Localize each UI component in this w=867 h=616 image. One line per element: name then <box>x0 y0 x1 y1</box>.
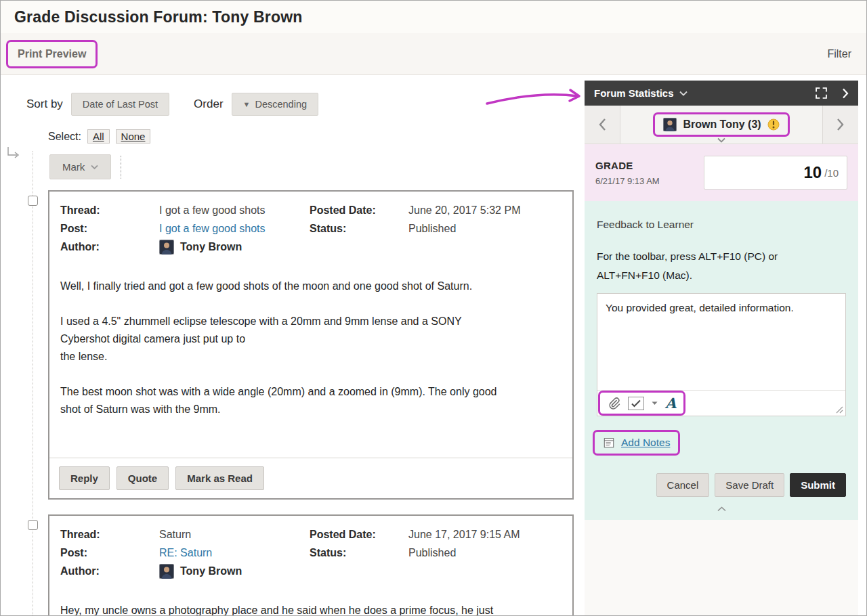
grade-input[interactable]: 10 /10 <box>704 156 847 190</box>
panel-actions: Cancel Save Draft Submit <box>597 473 846 497</box>
post-label: Post: <box>60 219 159 238</box>
author-cell: Tony Brown <box>159 562 562 580</box>
descending-triangle-icon: ▼ <box>243 100 251 108</box>
select-label: Select: <box>48 131 81 143</box>
cancel-button[interactable]: Cancel <box>656 473 710 497</box>
reply-button[interactable]: Reply <box>59 466 110 490</box>
chevron-up-icon <box>717 506 726 512</box>
toolbar-hint: For the toolbar, press ALT+F10 (PC) or A… <box>597 247 830 285</box>
print-preview-highlight: Print Preview <box>6 40 98 68</box>
chevron-right-icon <box>837 118 845 131</box>
expand-panel-button[interactable] <box>816 87 827 99</box>
status-value: Published <box>408 219 562 238</box>
next-student-button[interactable] <box>823 106 858 144</box>
posted-date-label: Posted Date: <box>310 525 408 544</box>
chevron-down-icon <box>679 91 688 96</box>
avatar <box>159 564 174 579</box>
spellcheck-icon <box>628 397 644 410</box>
thread-label: Thread: <box>60 525 159 544</box>
filter-link[interactable]: Filter <box>827 48 851 60</box>
attach-file-button[interactable] <box>608 397 620 410</box>
post-body: Hey, my uncle owns a photography place a… <box>49 584 572 616</box>
post-body: Well, I finally tried and got a few good… <box>49 260 572 458</box>
posted-date-label: Posted Date: <box>310 201 408 219</box>
sort-controls: Sort by Date of Last Post Order ▼ Descen… <box>26 93 582 116</box>
post-select-column <box>20 190 48 500</box>
feedback-editor: You provided great, detailed information… <box>597 293 846 416</box>
select-all-link[interactable]: All <box>87 129 110 144</box>
rail-arrow-icon <box>6 147 21 160</box>
quote-button[interactable]: Quote <box>117 466 169 490</box>
action-bar: Print Preview Filter <box>1 33 866 75</box>
post-title-link[interactable]: RE: Saturn <box>159 547 212 558</box>
post-checkbox[interactable] <box>28 520 38 530</box>
author-name: Tony Brown <box>180 238 242 256</box>
add-notes-link[interactable]: Add Notes <box>621 437 670 449</box>
mark-controls: Mark <box>49 154 582 179</box>
thread-value: Saturn <box>159 525 310 544</box>
order-value: Descending <box>255 99 307 110</box>
post-checkbox[interactable] <box>28 196 38 206</box>
submit-button[interactable]: Submit <box>790 473 846 497</box>
post-actions: Reply Quote Mark as Read <box>49 458 572 498</box>
panel-footer-area <box>585 520 858 616</box>
grade-info: GRADE 6/21/17 9:13 AM <box>595 160 660 186</box>
select-none-link[interactable]: None <box>116 129 151 144</box>
spellcheck-dropdown-caret[interactable] <box>652 401 658 405</box>
expand-icon <box>816 87 827 99</box>
mark-button[interactable]: Mark <box>49 154 111 179</box>
page: Grade Discussion Forum: Tony Brown Print… <box>0 0 867 616</box>
student-menu-caret[interactable] <box>717 137 725 143</box>
thread-value: I got a few good shots <box>159 201 310 219</box>
order-label: Order <box>194 97 223 111</box>
chevron-left-icon <box>598 118 606 131</box>
post-row: Thread: I got a few good shots Posted Da… <box>20 190 582 500</box>
text-color-icon[interactable]: A <box>665 396 676 410</box>
needs-grading-icon <box>767 118 780 131</box>
student-selector: Brown Tony (3) <box>620 106 823 144</box>
grade-score: 10 <box>803 163 822 182</box>
page-title: Grade Discussion Forum: Tony Brown <box>14 8 853 26</box>
editor-toolbar: A <box>597 390 845 416</box>
collapse-panel-button[interactable] <box>842 88 849 99</box>
post-card: Thread: I got a few good shots Posted Da… <box>48 190 574 500</box>
grade-label: GRADE <box>595 160 660 171</box>
student-chip[interactable]: Brown Tony (3) <box>653 112 789 137</box>
forum-statistics-title: Forum Statistics <box>594 87 674 99</box>
notes-icon <box>603 437 615 449</box>
previous-student-button[interactable] <box>585 106 620 144</box>
chevron-right-icon <box>842 88 849 99</box>
select-controls: Select: All None <box>48 129 582 144</box>
post-title-link[interactable]: I got a few good shots <box>159 223 266 234</box>
spellcheck-button[interactable] <box>628 397 644 410</box>
chevron-down-icon <box>717 137 725 143</box>
attach-file-icon <box>608 397 620 410</box>
author-name: Tony Brown <box>180 562 242 580</box>
forum-statistics-header[interactable]: Forum Statistics <box>585 81 858 106</box>
post-row: Thread: Saturn Posted Date: June 17, 201… <box>20 514 582 616</box>
avatar <box>159 240 174 255</box>
post-header: Thread: Saturn Posted Date: June 17, 201… <box>49 516 572 584</box>
mark-as-read-button[interactable]: Mark as Read <box>175 466 264 490</box>
author-cell: Tony Brown <box>159 238 562 256</box>
save-draft-button[interactable]: Save Draft <box>715 473 784 497</box>
mark-button-label: Mark <box>62 161 85 173</box>
feedback-heading: Feedback to Learner <box>597 219 846 231</box>
print-preview-button[interactable]: Print Preview <box>8 42 96 66</box>
resize-handle[interactable] <box>836 406 843 414</box>
feedback-editor-textarea[interactable]: You provided great, detailed information… <box>597 294 845 390</box>
sort-by-button[interactable]: Date of Last Post <box>71 93 169 116</box>
editor-toolbar-highlight: A <box>598 391 685 416</box>
grading-panel: Forum Statistics <box>585 81 858 616</box>
posted-date-value: June 17, 2017 9:15 AM <box>408 525 562 544</box>
status-value: Published <box>408 544 562 562</box>
post-select-column <box>20 514 48 616</box>
post-card: Thread: Saturn Posted Date: June 17, 201… <box>48 514 574 616</box>
order-button[interactable]: ▼ Descending <box>232 93 318 116</box>
grade-section: GRADE 6/21/17 9:13 AM 10 /10 <box>585 144 858 201</box>
thread-list-area: Sort by Date of Last Post Order ▼ Descen… <box>1 75 585 616</box>
student-navigation: Brown Tony (3) <box>585 106 858 144</box>
status-label: Status: <box>310 544 408 562</box>
collapse-section-caret[interactable] <box>597 506 846 512</box>
avatar <box>663 118 677 131</box>
